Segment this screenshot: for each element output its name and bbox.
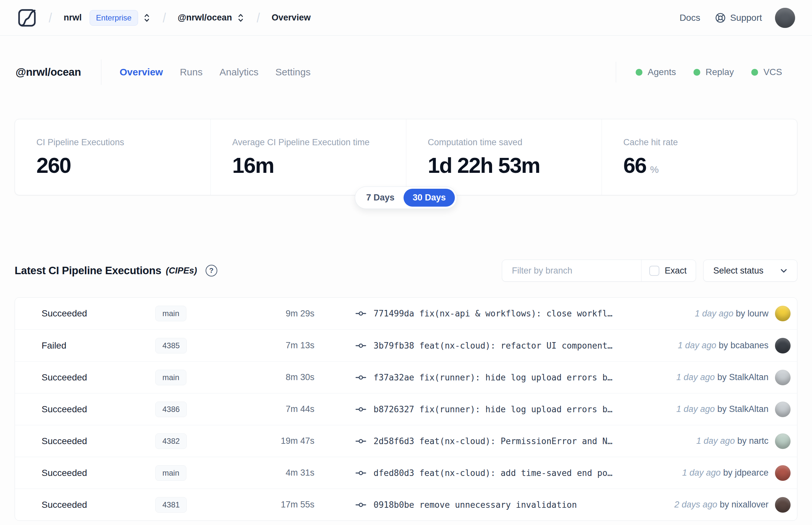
support-link[interactable]: Support bbox=[715, 12, 762, 24]
branch-filter-input[interactable] bbox=[502, 260, 641, 281]
duration: 4m 31s bbox=[253, 468, 315, 478]
commit-message: 2d58f6d3 feat(nx-cloud): PermissionError… bbox=[373, 436, 613, 446]
duration: 19m 47s bbox=[253, 436, 315, 446]
status-vcs: VCS bbox=[751, 67, 782, 77]
org-selector-chevron-icon[interactable] bbox=[142, 12, 151, 24]
author: jdpearce bbox=[735, 468, 768, 478]
status-label: Succeeded bbox=[42, 404, 155, 415]
enterprise-badge[interactable]: Enterprise bbox=[90, 10, 138, 26]
branch-badge[interactable]: main bbox=[155, 465, 186, 481]
commit-cell[interactable]: 3b79fb38 feat(nx-cloud): refactor UI com… bbox=[355, 340, 668, 351]
by-label: by bbox=[717, 372, 726, 382]
exact-match-toggle[interactable]: Exact bbox=[642, 266, 696, 276]
cipe-filters: Exact Select status bbox=[502, 259, 797, 282]
commit-cell[interactable]: 0918b0be remove unnecessary invalidation bbox=[355, 499, 664, 510]
breadcrumb-page: Overview bbox=[272, 13, 310, 23]
cipe-row[interactable]: Failed 4385 7m 13s 3b79fb38 feat(nx-clou… bbox=[15, 329, 797, 361]
stats-card-row: CI Pipeline Executions 260 Average CI Pi… bbox=[15, 119, 797, 195]
git-commit-icon bbox=[355, 372, 366, 383]
avatar[interactable] bbox=[775, 370, 791, 385]
nx-cloud-logo-icon[interactable] bbox=[17, 8, 37, 28]
avatar[interactable] bbox=[775, 497, 791, 513]
date-range-toggle: 7 Days 30 Days bbox=[355, 186, 457, 209]
branch-badge[interactable]: 4381 bbox=[155, 497, 187, 513]
author: StalkAltan bbox=[729, 372, 768, 382]
git-commit-icon bbox=[355, 340, 366, 351]
by-label: by bbox=[736, 309, 745, 318]
time-ago: 1 day ago bbox=[695, 309, 733, 318]
tab-settings[interactable]: Settings bbox=[275, 66, 310, 78]
workspace-tabs: Overview Runs Analytics Settings bbox=[120, 66, 310, 78]
time-ago: 1 day ago bbox=[676, 372, 715, 382]
row-meta: 1 day ago by nartc bbox=[687, 436, 768, 446]
status-label: Succeeded bbox=[42, 372, 155, 383]
git-commit-icon bbox=[355, 436, 366, 447]
stat-cache-hit-rate: Cache hit rate 66% bbox=[601, 119, 797, 195]
divider bbox=[101, 59, 101, 85]
commit-cell[interactable]: dfed80d3 feat(nx-cloud): add time-saved … bbox=[355, 467, 672, 479]
breadcrumb-separator: / bbox=[49, 10, 52, 25]
cipe-row[interactable]: Succeeded 4386 7m 44s b8726327 fix(runne… bbox=[15, 393, 797, 425]
chevron-down-icon bbox=[779, 266, 788, 275]
help-icon[interactable]: ? bbox=[205, 265, 217, 276]
time-ago: 2 days ago bbox=[674, 500, 717, 509]
tab-overview[interactable]: Overview bbox=[120, 66, 163, 78]
avatar[interactable] bbox=[775, 433, 791, 449]
tab-analytics[interactable]: Analytics bbox=[219, 66, 259, 78]
commit-cell[interactable]: 771499da fix(nx-api & workflows): close … bbox=[355, 308, 685, 319]
branch-badge[interactable]: main bbox=[155, 306, 186, 321]
divider bbox=[616, 62, 616, 82]
stat-computation-time-saved: Computation time saved 1d 22h 53m bbox=[406, 119, 601, 195]
time-ago: 1 day ago bbox=[676, 404, 715, 414]
row-meta: 1 day ago by StalkAltan bbox=[667, 372, 768, 382]
range-7-days-button[interactable]: 7 Days bbox=[357, 189, 403, 207]
branch-badge[interactable]: 4382 bbox=[155, 433, 187, 449]
stats-section: CI Pipeline Executions 260 Average CI Pi… bbox=[15, 119, 797, 195]
range-30-days-button[interactable]: 30 Days bbox=[403, 189, 455, 207]
avatar[interactable] bbox=[775, 338, 791, 354]
duration: 8m 30s bbox=[253, 372, 315, 382]
green-dot-icon bbox=[693, 69, 700, 76]
cipe-row[interactable]: Succeeded 4381 17m 55s 0918b0be remove u… bbox=[15, 489, 797, 521]
cipe-row[interactable]: Succeeded main 4m 31s dfed80d3 feat(nx-c… bbox=[15, 457, 797, 489]
by-label: by bbox=[719, 341, 728, 350]
status-agents: Agents bbox=[635, 67, 676, 77]
commit-message: 3b79fb38 feat(nx-cloud): refactor UI com… bbox=[373, 341, 613, 350]
user-avatar[interactable] bbox=[775, 8, 795, 28]
tab-runs[interactable]: Runs bbox=[180, 66, 203, 78]
status-select-dropdown[interactable]: Select status bbox=[703, 259, 797, 282]
cipe-row[interactable]: Succeeded main 9m 29s 771499da fix(nx-ap… bbox=[15, 298, 797, 329]
branch-badge[interactable]: main bbox=[155, 370, 186, 385]
workspace-selector-chevron-icon[interactable] bbox=[236, 12, 245, 24]
cipe-table: Succeeded main 9m 29s 771499da fix(nx-ap… bbox=[15, 297, 797, 521]
avatar[interactable] bbox=[775, 402, 791, 417]
top-navbar: / nrwl Enterprise / @nrwl/ocean / Overvi… bbox=[0, 0, 812, 36]
workspace-header: @nrwl/ocean Overview Runs Analytics Sett… bbox=[16, 59, 795, 85]
cipe-row[interactable]: Succeeded main 8m 30s f37a32ae fix(runne… bbox=[15, 361, 797, 393]
lifebuoy-icon bbox=[715, 12, 726, 24]
cipe-row[interactable]: Succeeded 4382 19m 47s 2d58f6d3 feat(nx-… bbox=[15, 425, 797, 457]
stat-average-execution-time: Average CI Pipeline Execution time 16m bbox=[211, 119, 406, 195]
by-label: by bbox=[720, 500, 729, 509]
commit-cell[interactable]: f37a32ae fix(runner): hide log upload er… bbox=[355, 372, 667, 383]
branch-badge[interactable]: 4385 bbox=[155, 338, 187, 354]
status-label: Succeeded bbox=[42, 468, 155, 478]
commit-message: dfed80d3 feat(nx-cloud): add time-saved … bbox=[373, 468, 613, 478]
commit-cell[interactable]: 2d58f6d3 feat(nx-cloud): PermissionError… bbox=[355, 436, 687, 447]
avatar[interactable] bbox=[775, 306, 791, 321]
author: nartc bbox=[749, 436, 768, 446]
author: bcabanes bbox=[731, 341, 768, 350]
docs-link[interactable]: Docs bbox=[679, 13, 700, 23]
breadcrumb-org[interactable]: nrwl bbox=[64, 13, 82, 23]
commit-cell[interactable]: b8726327 fix(runner): hide log upload er… bbox=[355, 404, 667, 415]
breadcrumb-workspace[interactable]: @nrwl/ocean bbox=[178, 13, 232, 23]
row-meta: 2 days ago by nixallover bbox=[664, 500, 768, 510]
avatar[interactable] bbox=[775, 465, 791, 481]
author: nixallover bbox=[732, 500, 768, 509]
author: lourw bbox=[747, 309, 768, 318]
row-meta: 1 day ago by lourw bbox=[685, 309, 768, 319]
exact-checkbox[interactable] bbox=[649, 266, 659, 276]
branch-badge[interactable]: 4386 bbox=[155, 402, 187, 417]
by-label: by bbox=[723, 468, 732, 478]
commit-message: f37a32ae fix(runner): hide log upload er… bbox=[373, 373, 613, 382]
